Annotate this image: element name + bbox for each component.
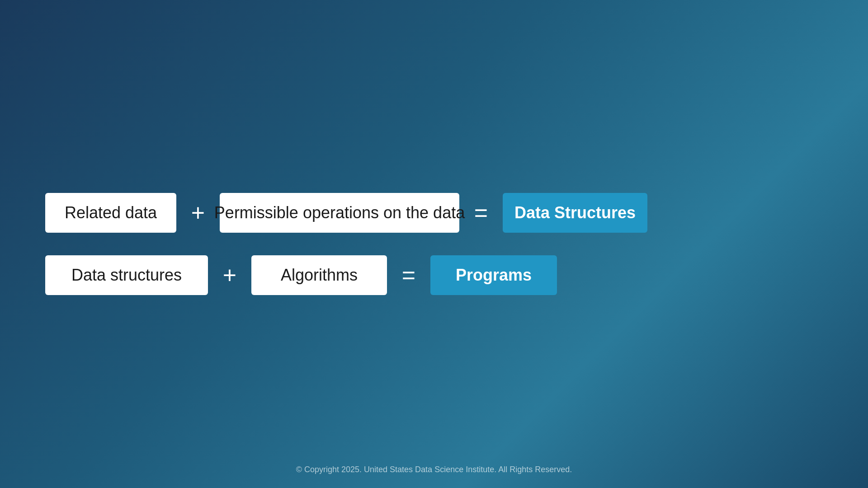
data-structures-input-box: Data structures [45, 255, 208, 295]
footer: © Copyright 2025. United States Data Sci… [0, 465, 868, 474]
algorithms-label: Algorithms [281, 266, 358, 285]
copyright-text: © Copyright 2025. United States Data Sci… [296, 465, 572, 474]
related-data-box: Related data [45, 193, 176, 233]
plus-operator-2: + [221, 263, 239, 287]
data-structures-box: Data Structures [503, 193, 647, 233]
algorithms-box: Algorithms [251, 255, 387, 295]
equals-operator-1: = [472, 201, 490, 225]
main-content: Related data + Permissible operations on… [0, 193, 647, 295]
equation-row-1: Related data + Permissible operations on… [45, 193, 647, 233]
equals-operator-2: = [400, 263, 418, 287]
data-structures-label: Data Structures [514, 203, 636, 222]
permissible-operations-label: Permissible operations on the data [214, 203, 465, 222]
related-data-label: Related data [65, 203, 157, 222]
plus-operator-1: + [189, 201, 207, 225]
equation-row-2: Data structures + Algorithms = Programs [45, 255, 647, 295]
permissible-operations-box: Permissible operations on the data [220, 193, 459, 233]
data-structures-input-label: Data structures [71, 266, 182, 285]
programs-box: Programs [430, 255, 557, 295]
programs-label: Programs [456, 266, 532, 285]
